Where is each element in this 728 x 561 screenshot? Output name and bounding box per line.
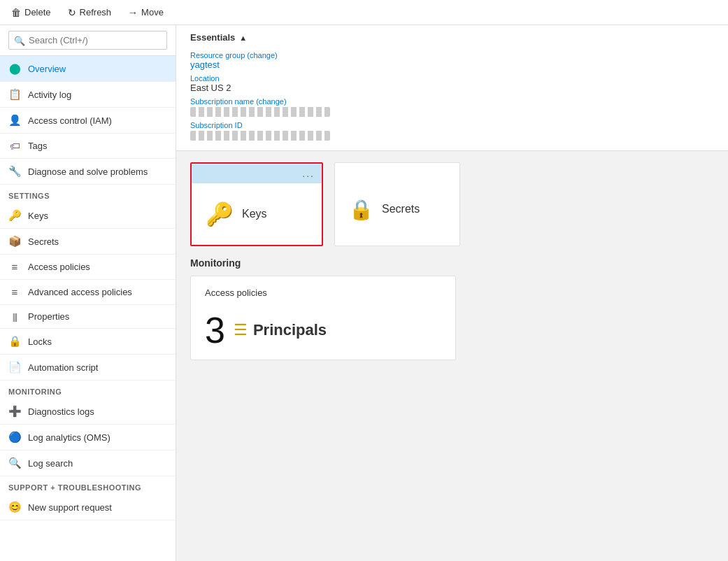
- activity-log-icon: 📋: [8, 88, 21, 101]
- overview-icon: ⬤: [8, 62, 21, 75]
- sidebar-item-automation-script[interactable]: 📄 Automation script: [0, 355, 176, 381]
- move-icon: →: [128, 7, 138, 18]
- support-section-label: SUPPORT + TROUBLESHOOTING: [0, 476, 176, 495]
- locks-icon: 🔒: [8, 335, 21, 348]
- secrets-icon: 📦: [8, 235, 21, 248]
- essentials-header: Essentials ▲: [190, 32, 714, 43]
- sidebar-item-log-search[interactable]: 🔍 Log search: [0, 450, 176, 476]
- subscription-id-row: Subscription ID: [190, 118, 714, 141]
- search-input[interactable]: [8, 31, 167, 50]
- refresh-button[interactable]: ↻ Refresh: [65, 6, 115, 20]
- log-search-icon: 🔍: [8, 457, 21, 469]
- properties-icon: |||: [8, 312, 21, 322]
- principals-label: Principals: [253, 321, 327, 339]
- settings-section-label: SETTINGS: [0, 185, 176, 203]
- access-policies-icon: ≡: [8, 261, 21, 273]
- sidebar-item-secrets[interactable]: 📦 Secrets: [0, 229, 176, 255]
- monitoring-title: Monitoring: [190, 257, 714, 269]
- tags-icon: 🏷: [8, 140, 21, 152]
- diagnose-icon: 🔧: [8, 165, 21, 178]
- move-button[interactable]: → Move: [125, 6, 166, 20]
- secrets-card-label: Secrets: [382, 203, 420, 215]
- keys-card-label: Keys: [242, 208, 267, 220]
- toolbar: 🗑 Delete ↻ Refresh → Move: [0, 0, 728, 25]
- access-policies-card[interactable]: Access policies 3 ☰ Principals: [190, 276, 456, 360]
- keys-card-body: 🔑 Keys: [192, 183, 322, 245]
- sidebar-item-access-control[interactable]: 👤 Access control (IAM): [0, 108, 176, 134]
- keys-card-menu[interactable]: ...: [302, 168, 315, 179]
- principals-section: ☰ Principals: [234, 321, 327, 339]
- sidebar-item-log-analytics[interactable]: 🔵 Log analytics (OMS): [0, 425, 176, 450]
- sidebar-item-locks[interactable]: 🔒 Locks: [0, 329, 176, 355]
- keys-icon: 🔑: [8, 209, 21, 222]
- search-section: 🔍: [0, 25, 176, 56]
- secrets-card-body: 🔒 Secrets: [335, 163, 459, 246]
- sidebar-item-new-support[interactable]: 😊 New support request: [0, 495, 176, 520]
- sidebar-item-keys[interactable]: 🔑 Keys: [0, 203, 176, 229]
- subscription-id-value: [190, 131, 330, 141]
- log-analytics-icon: 🔵: [8, 431, 21, 443]
- sidebar-item-advanced-access-policies[interactable]: ≡ Advanced access policies: [0, 280, 176, 305]
- essentials-grid: Resource group (change) yagtest Location…: [190, 48, 714, 141]
- support-icon: 😊: [8, 501, 21, 513]
- diagnostics-icon: ➕: [8, 405, 21, 418]
- advanced-access-icon: ≡: [8, 286, 21, 298]
- keys-card-icon: 🔑: [206, 201, 234, 227]
- resource-group-link[interactable]: yagtest: [190, 59, 220, 70]
- monitoring-section: Monitoring Access policies 3 ☰ Principal…: [190, 257, 714, 360]
- sidebar: 🔍 ⬤ Overview 📋 Activity log 👤 Access con…: [0, 25, 176, 561]
- sidebar-item-access-policies[interactable]: ≡ Access policies: [0, 255, 176, 280]
- principals-count: 3: [205, 312, 225, 348]
- resource-group-row: Resource group (change) yagtest: [190, 48, 714, 70]
- refresh-icon: ↻: [68, 7, 76, 18]
- location-row: Location East US 2: [190, 71, 714, 93]
- delete-icon: 🗑: [11, 7, 21, 18]
- content-area: Essentials ▲ Resource group (change) yag…: [176, 25, 728, 561]
- sidebar-item-diagnostics-logs[interactable]: ➕ Diagnostics logs: [0, 399, 176, 425]
- access-policies-card-title: Access policies: [205, 287, 441, 298]
- iam-icon: 👤: [8, 114, 21, 127]
- sidebar-item-activity-log[interactable]: 📋 Activity log: [0, 82, 176, 108]
- access-policies-card-body: 3 ☰ Principals: [205, 312, 441, 348]
- monitoring-section-label: MONITORING: [0, 381, 176, 399]
- delete-button[interactable]: 🗑 Delete: [8, 6, 54, 20]
- secrets-card-icon: 🔒: [349, 198, 373, 221]
- secrets-card[interactable]: 🔒 Secrets: [334, 162, 460, 246]
- sidebar-item-tags[interactable]: 🏷 Tags: [0, 134, 176, 159]
- sidebar-item-diagnose[interactable]: 🔧 Diagnose and solve problems: [0, 159, 176, 185]
- keys-card[interactable]: ... 🔑 Keys: [190, 162, 323, 246]
- search-icon: 🔍: [14, 35, 25, 45]
- top-cards-row: ... 🔑 Keys 🔒 Secrets: [190, 162, 714, 246]
- subscription-name-value: [190, 107, 330, 117]
- principals-list-icon: ☰: [234, 321, 248, 339]
- sidebar-item-overview[interactable]: ⬤ Overview: [0, 56, 176, 82]
- essentials-collapse-icon[interactable]: ▲: [239, 34, 247, 42]
- essentials-section: Essentials ▲ Resource group (change) yag…: [176, 25, 728, 151]
- cards-area: ... 🔑 Keys 🔒 Secrets Monitori: [176, 151, 728, 383]
- automation-icon: 📄: [8, 361, 21, 374]
- keys-card-header: ...: [192, 164, 322, 183]
- sidebar-item-properties[interactable]: ||| Properties: [0, 305, 176, 329]
- subscription-name-row: Subscription name (change): [190, 94, 714, 117]
